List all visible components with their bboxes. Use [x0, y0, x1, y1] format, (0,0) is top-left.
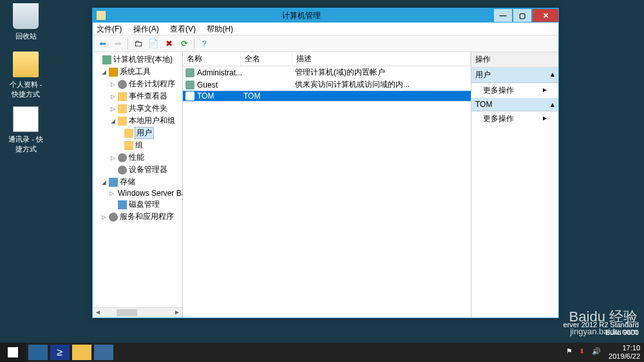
menubar: 文件(F) 操作(A) 查看(V) 帮助(H): [93, 23, 558, 35]
back-button[interactable]: ⬅: [95, 37, 109, 50]
user-icon: [185, 91, 194, 100]
actions-pane: 操作 用户▴ 更多操作▸ TOM▴ 更多操作▸: [471, 52, 558, 318]
desktop-folder-shortcut[interactable]: 个人资料 - 快捷方式: [6, 52, 45, 99]
arrow-right-icon: ▸: [543, 85, 547, 96]
separator: [194, 38, 194, 50]
arrow-right-icon: ▸: [543, 113, 547, 124]
event-icon: [118, 92, 127, 101]
share-icon: [118, 104, 127, 113]
folder-icon: [13, 52, 39, 77]
tree-local-users-groups[interactable]: ◢本地用户和组: [94, 115, 181, 127]
document-icon: [13, 106, 39, 132]
taskbar: ≥ ⚑ ⬍ 🔊 17:10 2019/6/22: [0, 343, 644, 362]
desktop-recycle-bin[interactable]: 回收站: [6, 3, 45, 41]
separator: [128, 38, 128, 50]
col-fullname[interactable]: 全名: [241, 52, 292, 66]
taskbar-powershell[interactable]: ≥: [50, 345, 70, 360]
taskbar-server-manager[interactable]: [28, 345, 48, 360]
tree-users[interactable]: 用户: [94, 127, 181, 139]
tree-wsb[interactable]: ▷Windows Server Back: [94, 188, 181, 198]
actions-header: 操作: [471, 52, 558, 68]
start-button[interactable]: [0, 343, 26, 362]
app-icon: [97, 11, 106, 20]
col-description[interactable]: 描述: [292, 52, 471, 66]
folder-icon: [124, 129, 133, 138]
windows-build-info: erver 2012 R2 Standard Build 9600: [564, 321, 639, 336]
close-button[interactable]: ✕: [533, 9, 558, 22]
user-icon: [185, 81, 194, 90]
recycle-bin-icon: [13, 3, 39, 29]
actions-more-users[interactable]: 更多操作▸: [471, 83, 558, 98]
clock-icon: [118, 80, 127, 89]
scroll-thumb[interactable]: [117, 309, 137, 316]
titlebar[interactable]: 计算机管理 — ▢ ✕: [93, 8, 558, 23]
tray-flag-icon[interactable]: ⚑: [566, 347, 576, 357]
tree-system-tools[interactable]: ◢系统工具: [94, 66, 181, 78]
tree-device-manager[interactable]: 设备管理器: [94, 164, 181, 176]
device-icon: [118, 166, 127, 175]
menu-view[interactable]: 查看(V): [170, 24, 196, 33]
services-icon: [109, 213, 118, 222]
doc-label: 通讯录 - 快捷方式: [8, 135, 43, 153]
collapse-icon: ▴: [551, 70, 554, 81]
tray-sound-icon[interactable]: 🔊: [592, 347, 602, 357]
tray-clock[interactable]: 17:10 2019/6/22: [609, 344, 640, 361]
collapse-icon: ▴: [551, 100, 554, 109]
minimize-button[interactable]: —: [494, 9, 512, 22]
window-body: 计算机管理(本地) ◢系统工具 ▷任务计划程序 ▷事件查看器 ▷共享文件夹 ◢本…: [93, 52, 558, 318]
menu-file[interactable]: 文件(F): [97, 24, 122, 33]
tree-performance[interactable]: ▷性能: [94, 151, 181, 164]
up-button[interactable]: 🗀: [131, 37, 145, 50]
menu-action[interactable]: 操作(A): [133, 24, 159, 33]
delete-button[interactable]: ✖: [162, 37, 176, 50]
tray-network-icon[interactable]: ⬍: [579, 347, 589, 357]
scroll-right-button[interactable]: ►: [172, 308, 182, 318]
folder-icon: [124, 141, 133, 150]
tree-task-scheduler[interactable]: ▷任务计划程序: [94, 78, 181, 90]
col-name[interactable]: 名称: [183, 52, 241, 66]
windows-icon: [8, 347, 18, 357]
scroll-track[interactable]: [103, 308, 172, 318]
computer-icon: [102, 55, 111, 64]
actions-section-tom[interactable]: TOM▴: [471, 98, 558, 111]
storage-icon: [109, 178, 118, 187]
forward-button[interactable]: ➡: [111, 37, 125, 50]
tree-groups[interactable]: 组: [94, 139, 181, 151]
list-row-guest[interactable]: Guest 供来宾访问计算机或访问域的内...: [183, 79, 471, 91]
tree-storage[interactable]: ◢存储: [94, 176, 181, 188]
taskbar-explorer[interactable]: [72, 345, 91, 360]
perf-icon: [118, 153, 127, 162]
recycle-label: 回收站: [15, 32, 37, 40]
tree-hscrollbar[interactable]: ◄ ►: [93, 307, 182, 318]
window-title: 计算机管理: [108, 10, 494, 21]
refresh-button[interactable]: ⟳: [177, 37, 191, 50]
help-button[interactable]: ?: [197, 37, 211, 50]
user-icon: [185, 68, 194, 77]
system-tray: ⚑ ⬍ 🔊 17:10 2019/6/22: [564, 344, 644, 361]
menu-help[interactable]: 帮助(H): [207, 24, 233, 33]
tree-shared-folders[interactable]: ▷共享文件夹: [94, 102, 181, 115]
folder-label: 个人资料 - 快捷方式: [10, 81, 43, 98]
users-icon: [118, 117, 127, 126]
tree-event-viewer[interactable]: ▷事件查看器: [94, 90, 181, 102]
list-row-tom[interactable]: TOM TOM: [183, 91, 471, 101]
computer-management-window: 计算机管理 — ▢ ✕ 文件(F) 操作(A) 查看(V) 帮助(H) ⬅ ➡ …: [92, 8, 559, 318]
tree-services-apps[interactable]: ▷服务和应用程序: [94, 211, 181, 223]
properties-button[interactable]: 📄: [146, 37, 160, 50]
taskbar-compmgmt[interactable]: [94, 345, 113, 360]
toolbar: ⬅ ➡ 🗀 📄 ✖ ⟳ ?: [93, 35, 558, 52]
list-header: 名称 全名 描述: [183, 52, 471, 66]
desktop-doc-shortcut[interactable]: 通讯录 - 快捷方式: [6, 106, 45, 154]
tree-root[interactable]: 计算机管理(本地): [94, 53, 181, 66]
list-row-administrator[interactable]: Administrat... 管理计算机(域)的内置帐户: [183, 66, 471, 79]
actions-more-tom[interactable]: 更多操作▸: [471, 111, 558, 126]
tools-icon: [109, 68, 118, 77]
scroll-left-button[interactable]: ◄: [93, 308, 103, 318]
disk-icon: [118, 200, 127, 209]
user-list: 名称 全名 描述 Administrat... 管理计算机(域)的内置帐户 Gu…: [183, 52, 471, 318]
maximize-button[interactable]: ▢: [513, 9, 531, 22]
tree-disk-mgmt[interactable]: 磁盘管理: [94, 198, 181, 211]
navigation-tree: 计算机管理(本地) ◢系统工具 ▷任务计划程序 ▷事件查看器 ▷共享文件夹 ◢本…: [93, 52, 183, 318]
actions-section-users[interactable]: 用户▴: [471, 68, 558, 83]
